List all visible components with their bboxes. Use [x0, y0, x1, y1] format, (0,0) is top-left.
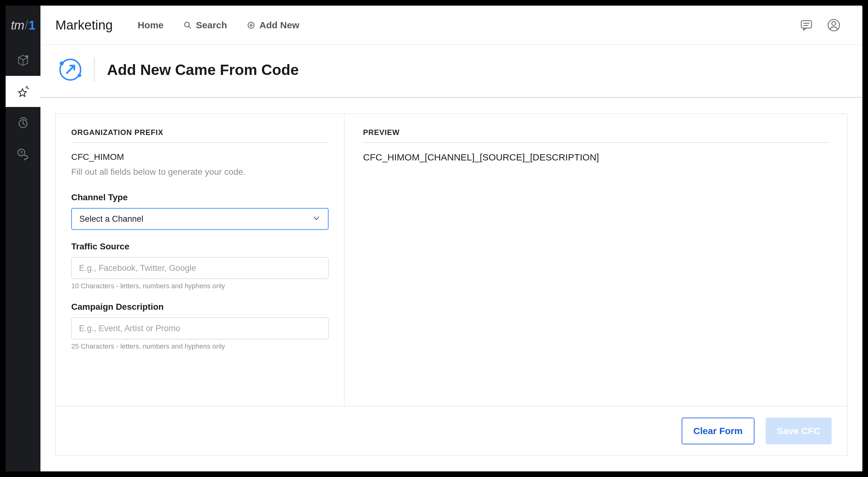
field-traffic-source: Traffic Source 10 Characters - letters, … [71, 242, 329, 290]
app-frame: tm/1 [6, 6, 862, 471]
traffic-source-input[interactable] [71, 257, 329, 279]
chat-icon [800, 18, 813, 32]
svg-point-0 [26, 55, 28, 58]
preview-value: CFC_HIMOM_[CHANNEL]_[SOURCE]_[DESCRIPTIO… [363, 152, 829, 163]
user-circle-icon [827, 18, 841, 32]
topbar: Marketing Home Search Add New [40, 6, 862, 45]
nav-search-label: Search [196, 20, 227, 30]
search-icon [184, 21, 192, 29]
plus-circle-icon [247, 21, 255, 29]
save-cfc-button[interactable]: Save CFC [766, 418, 832, 444]
svg-point-2 [26, 119, 27, 120]
save-cfc-label: Save CFC [777, 426, 820, 436]
logo-one: 1 [29, 18, 35, 32]
logo-slash: / [25, 18, 28, 32]
svg-point-14 [832, 22, 836, 26]
left-column: ORGANIZATION PREFIX CFC_HIMOM Fill out a… [56, 114, 344, 406]
main: Marketing Home Search Add New [40, 6, 862, 471]
svg-rect-10 [801, 21, 812, 28]
campaign-desc-input[interactable] [71, 317, 329, 339]
right-column: PREVIEW CFC_HIMOM_[CHANNEL]_[SOURCE]_[DE… [344, 114, 847, 406]
panel-body: ORGANIZATION PREFIX CFC_HIMOM Fill out a… [56, 114, 847, 406]
content-area: ORGANIZATION PREFIX CFC_HIMOM Fill out a… [40, 98, 862, 471]
campaign-desc-help: 25 Characters - letters, numbers and hyp… [71, 342, 329, 350]
sidebar-item-help[interactable]: ? [6, 138, 40, 169]
nav-home[interactable]: Home [137, 20, 163, 30]
nav-add-new-label: Add New [259, 20, 299, 30]
page-header: Add New Came From Code [40, 45, 862, 98]
svg-point-17 [78, 74, 81, 77]
nav-search[interactable]: Search [184, 20, 227, 30]
helper-text: Fill out all fields below to generate yo… [71, 167, 329, 177]
star-sparkle-icon [16, 85, 30, 98]
analytics-cube-icon [16, 54, 30, 67]
channel-type-selected: Select a Channel [79, 214, 144, 224]
preview-label: PREVIEW [363, 128, 829, 143]
field-campaign-desc: Campaign Description 25 Characters - let… [71, 302, 329, 350]
topbar-icons [799, 18, 847, 33]
svg-text:?: ? [20, 150, 23, 155]
page-title: Add New Came From Code [107, 61, 299, 78]
svg-point-16 [60, 61, 64, 65]
chevron-down-icon [312, 214, 320, 224]
page-header-divider [94, 57, 95, 82]
orbit-arrow-icon [56, 55, 85, 84]
field-channel-type: Channel Type Select a Channel [71, 192, 329, 230]
sidebar-item-marketing[interactable] [6, 76, 40, 107]
campaign-desc-label: Campaign Description [71, 302, 329, 312]
logo: tm/1 [6, 6, 40, 45]
sidebar: tm/1 [6, 6, 40, 471]
messages-button[interactable] [799, 18, 814, 33]
nav-home-label: Home [137, 20, 163, 30]
traffic-source-label: Traffic Source [71, 242, 329, 252]
sidebar-item-timer[interactable] [6, 107, 40, 138]
channel-type-label: Channel Type [71, 192, 329, 202]
org-prefix-label: ORGANIZATION PREFIX [71, 128, 329, 143]
sidebar-item-analytics[interactable] [6, 45, 40, 76]
svg-line-6 [189, 26, 191, 28]
timer-icon [16, 116, 30, 129]
module-name: Marketing [55, 18, 113, 33]
clear-form-button[interactable]: Clear Form [682, 418, 754, 444]
org-prefix-value: CFC_HIMOM [71, 152, 329, 162]
panel-footer: Clear Form Save CFC [56, 406, 847, 455]
nav-links: Home Search Add New [137, 20, 299, 30]
channel-type-select[interactable]: Select a Channel [71, 208, 329, 230]
logo-tm: tm [11, 18, 24, 32]
traffic-source-help: 10 Characters - letters, numbers and hyp… [71, 282, 329, 290]
profile-button[interactable] [826, 18, 841, 33]
help-chat-icon: ? [16, 147, 30, 160]
panel: ORGANIZATION PREFIX CFC_HIMOM Fill out a… [55, 114, 847, 456]
clear-form-label: Clear Form [693, 426, 743, 436]
nav-add-new[interactable]: Add New [247, 20, 299, 30]
page-icon [55, 55, 85, 85]
